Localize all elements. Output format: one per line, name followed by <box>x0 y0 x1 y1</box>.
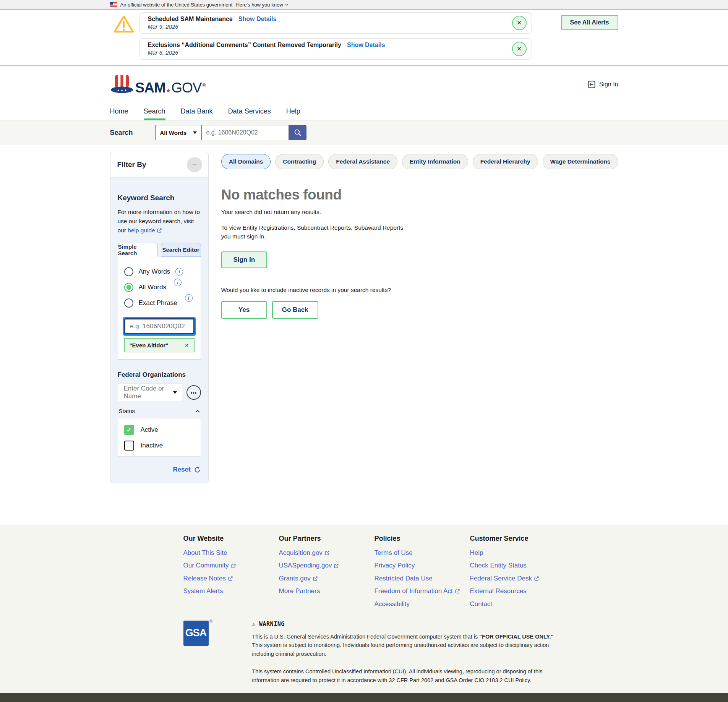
see-all-alerts-button[interactable]: See All Alerts <box>561 15 618 30</box>
footer-link-federal-service-desk[interactable]: Federal Service Desk <box>470 575 566 582</box>
how-you-know-link[interactable]: Here's how you know <box>236 2 287 8</box>
more-options-button[interactable]: ••• <box>186 385 201 400</box>
search-mode-select[interactable]: All Words <box>155 125 202 140</box>
uncle-sam-hat-icon: ★ ★ ★ <box>110 74 134 95</box>
nav-item-data-bank[interactable]: Data Bank <box>181 107 213 120</box>
info-icon[interactable]: i <box>185 294 193 302</box>
radio-all-words-label: All Words <box>139 284 166 291</box>
help-guide-link[interactable]: help guide <box>128 226 162 235</box>
nav-item-search[interactable]: Search <box>144 107 165 120</box>
footer-link-terms-of-use[interactable]: Terms of Use <box>375 549 470 557</box>
alerts-section: Scheduled SAM Maintenance Show Details M… <box>0 10 728 66</box>
radio-any-words[interactable] <box>124 267 133 276</box>
search-submit-button[interactable] <box>289 125 306 140</box>
no-results-message: Your search did not return any results. <box>221 209 618 216</box>
remove-tag-icon[interactable]: ✕ <box>185 342 189 349</box>
check-icon: ✓ <box>126 426 131 433</box>
filter-by-title: Filter By <box>117 161 146 169</box>
footer-link-usaspending-gov[interactable]: USASpending.gov <box>279 562 375 569</box>
footer-link-accessibility[interactable]: Accessibility <box>375 600 470 608</box>
gsa-logo: GSA <box>183 621 209 646</box>
close-icon: ✕ <box>517 20 522 26</box>
checkbox-inactive[interactable] <box>124 441 134 451</box>
nav-item-home[interactable]: Home <box>110 107 128 120</box>
sign-in-button[interactable]: Sign In <box>221 251 267 268</box>
footer-heading-customer-service: Customer Service <box>470 535 566 543</box>
footer-link-grants-gov[interactable]: Grants.gov <box>279 575 375 582</box>
ellipsis-icon: ••• <box>190 390 197 396</box>
keyword-search-heading: Keyword Search <box>118 194 201 202</box>
collapse-filters-button[interactable]: − <box>187 157 202 172</box>
logo-sam-text: SAM <box>135 81 165 95</box>
domain-tab-federal-assistance[interactable]: Federal Assistance <box>328 154 397 169</box>
footer-link-help[interactable]: Help <box>470 549 566 557</box>
external-link-icon <box>334 563 339 569</box>
footer-link-external-resources[interactable]: External Resources <box>470 587 566 595</box>
footer-heading-policies: Policies <box>375 535 470 543</box>
footer-link-more-partners[interactable]: More Partners <box>279 587 375 595</box>
reset-filters-link[interactable]: Reset <box>173 466 190 473</box>
tab-search-editor[interactable]: Search Editor <box>161 243 201 257</box>
alert-title: Exclusions “Additional Comments” Content… <box>148 42 341 49</box>
federal-organizations-select[interactable]: Enter Code or Name <box>118 384 183 401</box>
refresh-icon <box>194 466 201 473</box>
domain-tab-entity-information[interactable]: Entity Information <box>402 154 468 169</box>
radio-all-words[interactable] <box>124 283 133 292</box>
radio-any-words-label: Any Words <box>139 268 170 276</box>
alert-card: Exclusions “Additional Comments” Content… <box>139 38 532 60</box>
top-search-input[interactable] <box>202 125 289 140</box>
checkbox-active[interactable]: ✓ <box>124 425 134 435</box>
svg-text:★ ★ ★: ★ ★ ★ <box>117 89 127 92</box>
alert-show-details-link[interactable]: Show Details <box>347 42 385 49</box>
footer-link-foia[interactable]: Freedom of Information Act <box>375 587 470 595</box>
results-area: All Domains Contracting Federal Assistan… <box>221 152 618 319</box>
footer-link-system-alerts[interactable]: System Alerts <box>183 587 279 595</box>
header-sign-in-link[interactable]: Sign In <box>587 80 618 89</box>
keyword-input[interactable]: e.g. 1606N020Q02 <box>124 318 195 334</box>
sam-gov-logo[interactable]: ★ ★ ★ SAM ★ GOV ® <box>110 74 206 95</box>
simple-search-box: Any Words i All Words i Exact Phrase i <box>118 257 201 360</box>
no-matches-heading: No matches found <box>221 187 618 203</box>
external-link-icon <box>228 576 233 581</box>
text-cursor <box>129 322 130 331</box>
warning-triangle-icon <box>113 15 135 34</box>
nav-item-data-services[interactable]: Data Services <box>228 107 271 120</box>
domain-tab-federal-hierarchy[interactable]: Federal Hierarchy <box>473 154 538 169</box>
footer-links-section: Our Website About This Site Our Communit… <box>0 525 728 615</box>
footer-link-restricted-data-use[interactable]: Restricted Data Use <box>375 575 470 582</box>
footer-heading-our-partners: Our Partners <box>279 535 375 543</box>
gsa-registered-mark: ® <box>209 619 212 623</box>
domain-tab-wage-determinations[interactable]: Wage Determinations <box>543 154 618 169</box>
domain-tab-contracting[interactable]: Contracting <box>275 154 324 169</box>
footer-link-release-notes[interactable]: Release Notes <box>183 575 279 582</box>
caret-down-icon <box>193 131 197 134</box>
external-link-icon <box>157 228 162 233</box>
external-link-icon <box>313 576 318 581</box>
warning-title: WARNING <box>259 621 285 627</box>
keyword-tag-text: "Even Altidor" <box>130 342 169 349</box>
footer-link-contact[interactable]: Contact <box>470 600 566 608</box>
logo-gov-text: GOV <box>171 81 201 95</box>
yes-button[interactable]: Yes <box>221 301 267 319</box>
info-icon[interactable]: i <box>175 268 183 276</box>
alert-show-details-link[interactable]: Show Details <box>238 16 277 23</box>
footer-link-check-entity-status[interactable]: Check Entity Status <box>470 562 566 569</box>
sign-in-icon <box>587 80 596 89</box>
alert-close-button[interactable]: ✕ <box>512 16 527 30</box>
domain-tab-all-domains[interactable]: All Domains <box>221 154 271 169</box>
tab-simple-search[interactable]: Simple Search <box>118 243 158 257</box>
alert-close-button[interactable]: ✕ <box>512 42 527 56</box>
go-back-button[interactable]: Go Back <box>272 301 318 319</box>
radio-exact-phrase[interactable] <box>124 298 133 308</box>
nav-item-help[interactable]: Help <box>286 107 300 120</box>
footer-link-about-this-site[interactable]: About This Site <box>183 549 279 557</box>
dark-footer: SAM.gov An official website of the U.S. … <box>0 693 728 702</box>
info-icon[interactable]: i <box>174 279 182 286</box>
footer-heading-our-website: Our Website <box>183 535 279 543</box>
footer-link-privacy-policy[interactable]: Privacy Policy <box>375 562 470 569</box>
footer-link-our-community[interactable]: Our Community <box>183 562 279 569</box>
status-section-toggle[interactable]: Status <box>118 408 201 414</box>
footer-link-acquisition-gov[interactable]: Acquisition.gov <box>279 549 375 557</box>
alert-card: Scheduled SAM Maintenance Show Details M… <box>139 12 532 34</box>
minus-icon: − <box>192 161 197 169</box>
